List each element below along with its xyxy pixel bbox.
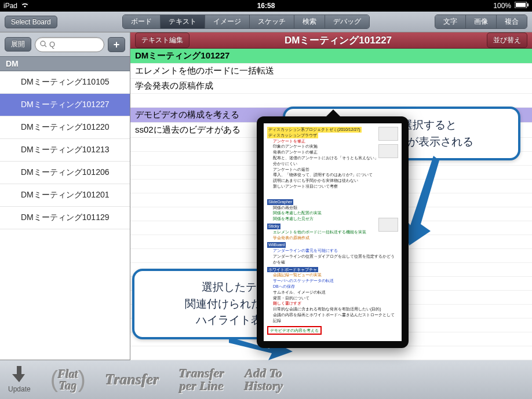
content-row-empty: [130, 346, 532, 360]
bottom-toolbar: Update ( Flat Tag ) Transfer Transfer pe…: [0, 360, 532, 399]
select-board-button[interactable]: Select Board: [5, 16, 57, 28]
doc-heading: ディスカッションブラウザ: [267, 133, 318, 138]
doc-line: サーバへのスケッチデータの転送: [273, 278, 398, 284]
svg-rect-1: [516, 3, 526, 7]
doc-line: 背景・目的について: [273, 295, 398, 301]
content-row[interactable]: [130, 94, 532, 108]
flat-tag-button[interactable]: ( Flat Tag ): [50, 367, 86, 393]
content-row[interactable]: DMミーティング101227: [130, 49, 532, 64]
tpl-label-1: Transfer: [179, 367, 225, 380]
right-segment: 文字画像複合: [435, 14, 527, 29]
add-to-history-button[interactable]: Add To History: [244, 367, 283, 393]
sidebar-item[interactable]: DMミーティング101220: [0, 116, 130, 139]
flat-label: Flat: [58, 368, 78, 380]
doc-thumbnail: [378, 218, 398, 232]
segment-ボード[interactable]: ボード: [123, 15, 161, 28]
doc-line: サムネイル、イメージの転送: [273, 290, 398, 295]
doc-line: 導入、「物体使って、説明するのはありか?」について: [273, 172, 398, 178]
svg-point-3: [41, 41, 45, 46]
clock: 16:58: [257, 2, 275, 10]
doc-line: 説明にあまりにも手間かかる実体物は使わない: [273, 178, 398, 184]
top-toolbar: Select Board ボードテキストイメージスケッチ検索デバッグ 文字画像複…: [0, 12, 532, 32]
search-field[interactable]: [35, 37, 104, 52]
doc-heading: ディスカッション系プロジェクトゼミ(2010/12/27): [267, 127, 362, 133]
sidebar-item[interactable]: DMミーティング110105: [0, 71, 130, 94]
doc-line: 学会発表の原稿作成: [273, 235, 398, 241]
doc-section: WiiBoard: [267, 242, 286, 248]
paren-icon: ): [78, 367, 85, 393]
tpl-label-2: per Line: [180, 380, 224, 393]
download-icon: [12, 366, 26, 385]
segment-検索[interactable]: 検索: [294, 15, 325, 28]
segment-画像[interactable]: 画像: [466, 15, 497, 28]
content-rows: DMミーティング101227エレメントを他のボードに一括転送学会発表の原稿作成デ…: [130, 49, 532, 360]
doc-line: DBへの保存: [273, 284, 398, 290]
doc-line: 新しいアンケート項目について考察: [273, 184, 398, 189]
doc-line: 会議記録一覧ビューの実装: [273, 272, 398, 278]
ath-label-1: Add To: [245, 367, 283, 380]
doc-section: SlideGrapher: [267, 199, 293, 205]
document-popover: ディスカッション系プロジェクトゼミ(2010/12/27) ディスカッションブラ…: [257, 116, 409, 348]
doc-line: 日常的な会議に含まれる有効な発言を有効活用したい(目的): [273, 306, 398, 312]
ath-label-2: History: [244, 380, 283, 393]
segment-スケッチ[interactable]: スケッチ: [250, 15, 294, 28]
doc-line: 分かりにくい: [273, 161, 398, 167]
main-area: 展開 + DM DMミーティング110105DMミーティング101227DMミー…: [0, 32, 532, 360]
segment-文字[interactable]: 文字: [435, 15, 466, 28]
doc-section: Sticky: [267, 224, 280, 229]
doc-line: 関係を考慮した配置の実装: [273, 210, 398, 216]
paren-icon: (: [50, 367, 58, 393]
content-row[interactable]: 学会発表の原稿作成: [130, 79, 532, 94]
search-icon: [40, 39, 47, 50]
wifi-icon: [21, 2, 29, 10]
main-segment: ボードテキストイメージスケッチ検索デバッグ: [122, 14, 370, 29]
segment-イメージ[interactable]: イメージ: [205, 15, 250, 28]
status-bar: iPad 16:58 100%: [0, 0, 532, 12]
doc-highlighted-box: デモビデオの内容を考える: [267, 326, 322, 335]
segment-テキスト[interactable]: テキスト: [161, 15, 205, 28]
sidebar-group-header: DM: [0, 56, 130, 71]
doc-line: 難しく書けすぎ: [273, 301, 398, 306]
tag-label: Tag: [59, 380, 76, 391]
document-preview: ディスカッション系プロジェクトゼミ(2010/12/27) ディスカッションブラ…: [264, 123, 402, 341]
update-label: Update: [8, 385, 31, 393]
doc-section: ホワイトボードキャプチャ: [267, 267, 318, 273]
add-button[interactable]: +: [108, 37, 125, 52]
content-pane: テキスト編集 DMミーティング101227 並び替え DMミーティング10122…: [130, 32, 532, 360]
sidebar-item[interactable]: DMミーティング101227: [0, 94, 130, 116]
doc-line: 会議の内容を録画とホワイトボードへ書き込んだストロークとして記録: [273, 312, 398, 324]
battery-percent: 100%: [493, 2, 511, 10]
segment-デバッグ[interactable]: デバッグ: [325, 15, 369, 28]
doc-line: 関係の再分類: [273, 205, 398, 211]
svg-rect-2: [527, 3, 529, 6]
search-input[interactable]: [49, 40, 99, 49]
sidebar-item[interactable]: DMミーティング101213: [0, 139, 130, 162]
doc-thumbnail: [378, 144, 398, 158]
svg-line-4: [45, 45, 46, 47]
transfer-button[interactable]: Transfer: [105, 372, 159, 387]
doc-line: アンダーラインの位置→ダイアログを出して位置を指定するかどうかを確: [273, 254, 398, 265]
sidebar-item[interactable]: DMミーティング101206: [0, 162, 130, 184]
carrier-label: iPad: [3, 2, 17, 10]
sidebar: 展開 + DM DMミーティング110105DMミーティング101227DMミー…: [0, 32, 130, 360]
sort-button[interactable]: 並び替え: [487, 32, 527, 48]
expand-button[interactable]: 展開: [5, 37, 31, 52]
content-header: テキスト編集 DMミーティング101227 並び替え: [130, 32, 532, 49]
sidebar-list: DMミーティング110105DMミーティング101227DMミーティング1012…: [0, 71, 130, 360]
update-button[interactable]: Update: [8, 366, 31, 393]
segment-複合[interactable]: 複合: [497, 15, 527, 28]
doc-thumbnail: [378, 127, 398, 141]
sidebar-item[interactable]: DMミーティング101129: [0, 207, 130, 229]
content-title: DMミーティング101227: [194, 34, 482, 47]
doc-line: アンケートへの返答: [273, 167, 398, 173]
transfer-per-line-button[interactable]: Transfer per Line: [179, 367, 225, 393]
doc-line: アンダーラインの書元を可能にする: [273, 248, 398, 254]
content-row[interactable]: エレメントを他のボードに一括転送: [130, 64, 532, 79]
battery-icon: [515, 2, 529, 10]
text-edit-button[interactable]: テキスト編集: [135, 32, 190, 48]
sidebar-item[interactable]: DMミーティング101201: [0, 184, 130, 207]
